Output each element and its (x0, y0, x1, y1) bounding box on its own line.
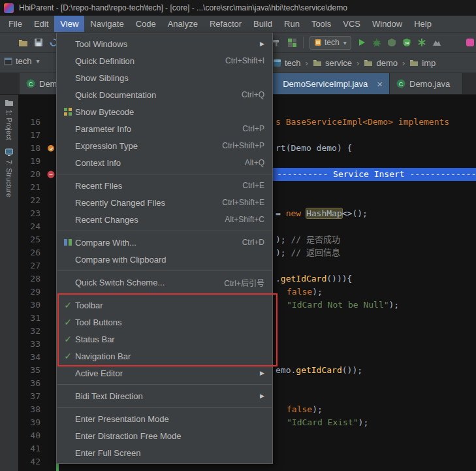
editor-tab-demo-java[interactable]: CDemo.java (390, 73, 463, 94)
menu-item-label: Toolbar (75, 300, 103, 310)
menubar-item-navigate[interactable]: Navigate (84, 16, 129, 32)
code-text[interactable]: "IdCard Not be Null"); (287, 299, 399, 312)
breadcrumb-item-service[interactable]: service (313, 58, 352, 68)
menu-item-label: Parameter Info (75, 124, 131, 134)
menu-item-recently-changed-files[interactable]: Recently Changed FilesCtrl+Shift+E (57, 194, 272, 211)
code-text[interactable]: false); (287, 285, 323, 299)
menu-item-show-bytecode[interactable]: Show Bytecode (57, 103, 272, 120)
class-icon: C (396, 79, 405, 88)
menu-item-expression-type[interactable]: Expression TypeCtrl+Shift+P (57, 137, 272, 154)
breakpoint-icon[interactable] (47, 171, 55, 178)
modules-icon[interactable] (287, 38, 297, 48)
line-number: 34 (18, 351, 40, 364)
menu-item-label: Navigation Bar (75, 351, 131, 361)
code-text[interactable]: ); // 是否成功 (276, 233, 340, 246)
debug-icon[interactable] (372, 38, 381, 47)
menu-item-shortcut: Ctrl+D (242, 238, 264, 247)
menu-item-active-editor[interactable]: Active Editor▶ (57, 365, 272, 382)
menu-item-toolbar[interactable]: ✓Toolbar (57, 297, 272, 314)
menubar-item-refactor[interactable]: Refactor (204, 16, 247, 32)
menu-item-enter-presentation-mode[interactable]: Enter Presentation Mode (57, 410, 272, 427)
line-number: 42 (18, 455, 40, 468)
compile-icon[interactable] (272, 38, 281, 48)
save-icon[interactable] (34, 38, 43, 47)
menu-item-recent-changes[interactable]: Recent ChangesAlt+Shift+C (57, 211, 272, 228)
breadcrumb-item-imp[interactable]: imp (409, 58, 436, 68)
menu-item-quick-definition[interactable]: Quick DefinitionCtrl+Shift+I (57, 52, 272, 69)
menu-item-label: Quick Definition (75, 56, 135, 66)
run-config-combo[interactable]: tech ▾ (309, 36, 351, 50)
menubar-item-window[interactable]: Window (366, 16, 408, 32)
svg-text:C: C (399, 81, 404, 88)
menu-item-recent-files[interactable]: Recent FilesCtrl+E (57, 177, 272, 194)
jrebel-run-icon[interactable]: JR (402, 38, 411, 47)
tool-window-button-1-project[interactable]: 1: Project (5, 99, 14, 140)
menu-item-quick-switch-scheme[interactable]: Quick Switch Scheme...Ctrl+后引号 (57, 274, 272, 291)
menu-item-label: Enter Full Screen (75, 448, 140, 458)
menu-item-compare-with-clipboard[interactable]: Compare with Clipboard (57, 251, 272, 268)
code-text[interactable]: rt(Demo demo) { (276, 142, 352, 155)
code-text[interactable]: .getIdCard())){ (276, 272, 352, 285)
menu-item-label: Recent Changes (75, 215, 138, 225)
menu-item-context-info[interactable]: Context InfoAlt+Q (57, 154, 272, 171)
breadcrumb-label: service (325, 58, 352, 68)
svg-text:C: C (29, 81, 33, 88)
menu-item-parameter-info[interactable]: Parameter InfoCtrl+P (57, 120, 272, 137)
breadcrumb-item-demo[interactable]: demo (364, 58, 398, 68)
code-text[interactable]: s BaseServiceImpl<Demo> implements (276, 116, 449, 129)
line-number: 29 (18, 285, 40, 299)
code-text[interactable]: emo.getIdCard()); (276, 364, 362, 377)
checkmark-icon: ✓ (61, 334, 75, 344)
menu-item-navigation-bar[interactable]: ✓Navigation Bar (57, 348, 272, 365)
close-icon[interactable]: × (377, 79, 383, 89)
menu-item-bidi-text-direction[interactable]: Bidi Text Direction▶ (57, 387, 272, 404)
menu-item-tool-windows[interactable]: Tool Windows▶ (57, 35, 272, 52)
code-text[interactable]: "IdCard Exist"); (287, 416, 368, 429)
line-number: 41 (18, 442, 40, 455)
menubar-item-code[interactable]: Code (130, 16, 162, 32)
menubar-item-vcs[interactable]: VCS (337, 16, 366, 32)
override-icon[interactable] (47, 144, 55, 152)
menu-item-status-bar[interactable]: ✓Status Bar (57, 331, 272, 348)
folder-icon (409, 59, 419, 67)
menubar-item-build[interactable]: Build (247, 16, 278, 32)
coverage-icon[interactable] (387, 38, 396, 47)
menu-item-quick-documentation[interactable]: Quick DocumentationCtrl+Q (57, 86, 272, 103)
menubar-item-view[interactable]: View (54, 16, 84, 32)
menu-item-enter-full-screen[interactable]: Enter Full Screen (57, 444, 272, 461)
menu-item-label: Tool Windows (75, 39, 127, 49)
code-text[interactable]: false); (287, 403, 323, 416)
maven-icon[interactable] (432, 38, 441, 47)
line-number: 35 (18, 364, 40, 377)
breadcrumb-item-tech[interactable]: tech (273, 58, 301, 68)
breadcrumb-label: tech (285, 58, 301, 68)
toolbar-far-icons (466, 38, 475, 50)
jrebel-debug-icon[interactable] (417, 38, 426, 47)
folder-icon (364, 59, 373, 67)
menu-item-label: Show Bytecode (75, 107, 134, 117)
code-text[interactable]: = new HashMap<>(); (276, 207, 368, 220)
menu-item-compare-with[interactable]: Compare With...Ctrl+D (57, 234, 272, 251)
menubar-item-analyze[interactable]: Analyze (162, 16, 204, 32)
menu-separator (57, 231, 272, 231)
tool-window-button-7-structure[interactable]: 7: Structure (5, 148, 14, 197)
record-icon[interactable] (466, 38, 475, 47)
menu-item-enter-distraction-free-mode[interactable]: Enter Distraction Free Mode (57, 427, 272, 444)
code-text[interactable]: ---------- Service Insert --------------… (277, 168, 476, 181)
tool-window-label: 7: Structure (5, 160, 13, 197)
code-text[interactable]: ); // 返回信息 (276, 246, 340, 259)
menu-separator (57, 174, 272, 174)
menu-item-tool-buttons[interactable]: ✓Tool Buttons (57, 314, 272, 331)
menubar-item-run[interactable]: Run (278, 16, 306, 32)
run-icon[interactable] (357, 38, 366, 47)
menubar-item-tools[interactable]: Tools (306, 16, 337, 32)
menubar-item-edit[interactable]: Edit (28, 16, 54, 32)
menu-item-show-siblings[interactable]: Show Siblings (57, 69, 272, 86)
open-icon[interactable] (18, 39, 28, 47)
menu-item-label: Active Editor (75, 368, 123, 378)
menubar-item-file[interactable]: File (3, 16, 28, 32)
line-number: 30 (18, 299, 40, 312)
nav-root-chip[interactable]: tech ▾ (4, 56, 40, 66)
menubar-item-help[interactable]: Help (408, 16, 437, 32)
menu-item-shortcut: Ctrl+Shift+E (222, 198, 264, 207)
